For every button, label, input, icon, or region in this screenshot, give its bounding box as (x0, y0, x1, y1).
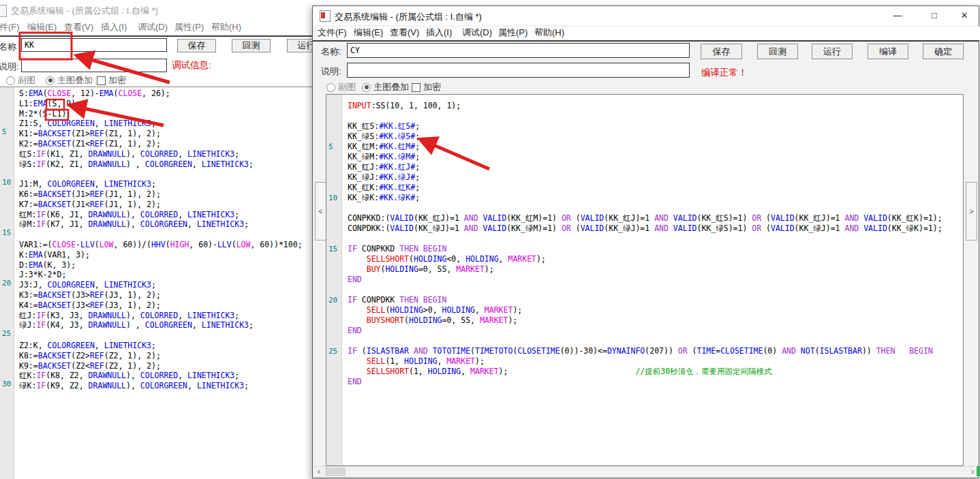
confirm-button[interactable]: 确定 (923, 44, 964, 59)
description-input[interactable] (21, 59, 167, 72)
panel-expander-left[interactable]: < (315, 182, 326, 241)
code-line-1[interactable]: INPUT:SS(10, 1, 100, 1); (348, 101, 963, 111)
fg-menu-item-2[interactable]: 查看(V) (390, 27, 426, 40)
scroll-right-arrow[interactable]: › (968, 467, 977, 477)
fg-code-editor[interactable]: 510152025 INPUT:SS(10, 1, 100, 1); KK_红S… (326, 94, 964, 466)
code-line-28[interactable]: END (348, 377, 963, 387)
code-line-18[interactable]: END (348, 275, 963, 285)
code-line-30[interactable]: 绿K:IF(K9, Z2, DRAWNULL), COLORGREEN, LIN… (19, 381, 312, 391)
title-bar[interactable]: 交易系统编辑 - (所属公式组 : I.自编 *) — □ ✕ (313, 6, 979, 25)
code-text[interactable]: S:EMA(CLOSE, 12)-EMA(CLOSE, 26);L1:EMA(S… (14, 87, 312, 479)
scrollbar-thumb[interactable] (325, 467, 346, 476)
fg-menu-item-3[interactable]: 插入(I) (426, 27, 462, 40)
code-line-11[interactable]: K6:=BACKSET(J1>REF(J1, 1), 2); (19, 189, 312, 200)
backtest-button[interactable]: 回测 (757, 44, 798, 59)
code-line-21[interactable]: K3:=BACKSET(J3>REF(J3, 1), 2); (19, 290, 312, 300)
code-line-19[interactable]: J:3*K-2*D; (19, 270, 312, 280)
fg-menu-item-4[interactable]: 调试(D) (462, 27, 498, 40)
bg-menu-item-0[interactable]: 文件(F) (0, 21, 27, 33)
code-line-27[interactable]: SELLSHORT(1, HOLDING, MARKET); //提前30秒清仓… (348, 367, 963, 377)
panel-expander-right[interactable]: > (966, 182, 977, 241)
bg-menu-item-1[interactable]: 编辑(E) (27, 21, 64, 33)
bg-code-editor[interactable]: 51015202530 S:EMA(CLOSE, 12)-EMA(CLOSE, … (0, 87, 312, 479)
code-line-12[interactable]: K7:=BACKSET(J1<REF(J1, 1), 2); (19, 200, 312, 210)
bg-menu-item-3[interactable]: 插入(I) (101, 21, 138, 33)
fg-menu-item-1[interactable]: 编辑(E) (354, 27, 390, 40)
code-line-8[interactable]: 绿S:IF(K2, Z1, DRAWNULL) , COLORGREEN, LI… (19, 159, 312, 170)
code-line-3[interactable]: KK_红S:#KK.红S#; (348, 121, 963, 132)
code-line-25[interactable] (19, 330, 312, 341)
fg-menu-item-6[interactable]: 帮助(H) (534, 27, 570, 40)
name-input[interactable] (21, 38, 167, 52)
bg-menu-item-4[interactable]: 调试(D) (138, 21, 174, 33)
maximize-button[interactable]: □ (928, 10, 940, 21)
code-line-16[interactable]: SELLSHORT(HOLDING<0, HOLDING, MARKET); (348, 254, 963, 264)
code-line-23[interactable]: 红J:IF(K3, J3, DRAWNULL), COLORRED, LINET… (19, 311, 312, 321)
code-line-7[interactable]: 红S:IF(K1, Z1, DRAWNULL), COLORRED, LINET… (19, 149, 312, 159)
bg-menu-item-6[interactable]: 帮助(H) (211, 21, 248, 33)
code-line-7[interactable]: KK_红J:#KK.红J#; (348, 162, 963, 172)
scroll-left-arrow[interactable]: ‹ (314, 467, 324, 477)
radio-subchart[interactable]: 副图 (6, 74, 35, 87)
compile-button[interactable]: 编译 (868, 44, 908, 59)
code-line-18[interactable]: D:EMA(K, 3); (19, 260, 312, 271)
code-line-20[interactable]: IF CONPDKK THEN BEGIN (348, 295, 963, 305)
radio-subchart[interactable]: 副图 (326, 81, 356, 93)
code-text[interactable]: INPUT:SS(10, 1, 100, 1); KK_红S:#KK.红S#;K… (341, 95, 963, 465)
code-line-21[interactable]: SELL(HOLDING>0, HOLDING, MARKET); (348, 305, 963, 315)
code-line-6[interactable]: KK_绿M:#KK.绿M#; (348, 152, 963, 162)
code-line-17[interactable]: K:EMA(VAR1, 3); (19, 250, 312, 260)
code-line-5[interactable]: KK_红M:#KK.红M#; (348, 142, 963, 152)
run-button[interactable]: 运行 (812, 44, 853, 59)
code-line-2[interactable]: L1:EMA(S, 9); (19, 99, 312, 109)
checkbox-encrypt[interactable]: 加密 (97, 74, 126, 87)
code-line-5[interactable]: K1:=BACKSET(Z1>REF(Z1, 1), 2); (19, 129, 312, 139)
code-line-29[interactable]: 红K:IF(K8, Z2, DRAWNULL), COLORRED, LINET… (19, 371, 312, 381)
code-line-27[interactable]: K8:=BACKSET(Z2>REF(Z2, 1), 2); (19, 351, 312, 361)
code-line-17[interactable]: BUY(HOLDING=0, SS, MARKET); (348, 264, 963, 275)
code-line-2[interactable] (348, 111, 963, 121)
code-line-23[interactable]: END (348, 326, 963, 336)
radio-main-overlay[interactable]: 主图叠加 (46, 74, 93, 87)
code-line-15[interactable]: IF CONPKKD THEN BEGIN (348, 244, 963, 254)
code-line-13[interactable]: 红M:IF(K6, J1, DRAWNULL), COLORRED, LINET… (19, 210, 312, 220)
code-line-10[interactable]: J1:M, COLORGREEN, LINETHICK3; (19, 179, 312, 189)
horizontal-scrollbar[interactable]: ‹ › (314, 466, 977, 477)
code-line-26[interactable]: SELL(1, HOLDING, MARKET); (348, 356, 963, 367)
save-button[interactable]: 保存 (701, 44, 742, 59)
code-line-14[interactable] (348, 234, 963, 244)
bg-menu-item-5[interactable]: 属性(P) (174, 21, 211, 33)
minimize-button[interactable]: — (891, 10, 904, 21)
code-line-24[interactable]: 绿J:IF(K4, J3, DRAWNULL) , COLORGREEN, LI… (19, 320, 312, 330)
code-line-15[interactable] (19, 230, 312, 240)
code-line-3[interactable]: M:2*(S-L1); (19, 109, 312, 119)
fg-menu-item-5[interactable]: 属性(P) (498, 27, 534, 40)
code-line-12[interactable]: CONPKKD:(VALID(KK_红J)=1 AND VALID(KK_红M)… (348, 213, 963, 223)
save-button[interactable]: 保存 (177, 39, 216, 52)
code-line-22[interactable]: K4:=BACKSET(J3<REF(J3, 1), 2); (19, 300, 312, 311)
code-line-8[interactable]: KK_绿J:#KK.绿J#; (348, 172, 963, 183)
bg-menu-item-2[interactable]: 查看(V) (64, 21, 101, 33)
code-line-16[interactable]: VAR1:=(CLOSE-LLV(LOW, 60))/(HHV(HIGH, 60… (19, 240, 312, 250)
code-line-13[interactable]: CONPDKK:(VALID(KK_绿J)=1 AND VALID(KK_绿M)… (348, 223, 963, 234)
code-line-11[interactable] (348, 203, 963, 213)
code-line-10[interactable]: KK_绿K:#KK.绿K#; (348, 193, 963, 203)
backtest-button[interactable]: 回测 (232, 39, 271, 52)
code-line-1[interactable]: S:EMA(CLOSE, 12)-EMA(CLOSE, 26); (19, 89, 312, 99)
fg-menu-item-0[interactable]: 文件(F) (318, 27, 354, 40)
description-input[interactable] (347, 63, 690, 78)
code-line-14[interactable]: 绿M:IF(K7, J1, DRAWNULL), COLORGREEN, LIN… (19, 219, 312, 230)
name-input[interactable] (347, 43, 690, 58)
code-line-28[interactable]: K9:=BACKSET(Z2<REF(Z2, 1), 2); (19, 361, 312, 371)
code-line-9[interactable]: KK_红K:#KK.红K#; (348, 183, 963, 193)
checkbox-encrypt[interactable]: 加密 (412, 81, 441, 93)
code-line-4[interactable]: KK_绿S:#KK.绿S#; (348, 132, 963, 142)
code-line-25[interactable]: IF (ISLASTBAR AND TOTOTIME(TIMETOTO(CLOS… (348, 346, 963, 356)
close-button[interactable]: ✕ (958, 10, 970, 21)
code-line-20[interactable]: J3:J, COLORGREEN, LINETHICK3; (19, 280, 312, 290)
code-line-22[interactable]: BUYSHORT(HOLDING=0, SS, MARKET); (348, 315, 963, 326)
code-line-26[interactable]: Z2:K, COLORGREEN, LINETHICK3; (19, 341, 312, 351)
code-line-19[interactable] (348, 285, 963, 295)
code-line-24[interactable] (348, 336, 963, 346)
code-line-6[interactable]: K2:=BACKSET(Z1<REF(Z1, 1), 2); (19, 139, 312, 149)
